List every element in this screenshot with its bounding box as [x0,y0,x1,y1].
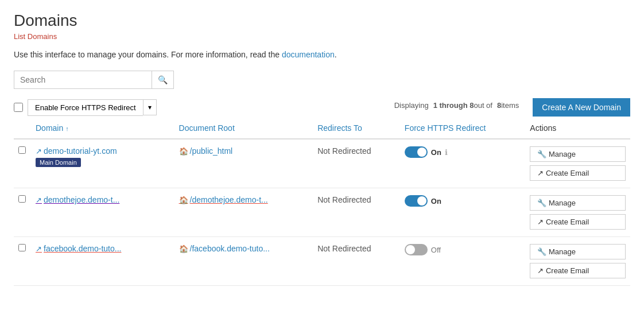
docroot-cell: 🏠/demothejoe.demo-t... [174,188,313,237]
create-email-button[interactable]: ↗ Create Email [530,214,626,230]
domain-link[interactable]: ↗facebook.demo-tuto... [36,244,121,253]
redirects-cell: Not Redirected [313,188,400,237]
docroot-link[interactable]: 🏠/public_html [179,146,233,156]
https-cell: Off [400,237,525,286]
redirects-cell: Not Redirected [313,139,400,188]
info-icon[interactable]: ℹ [445,148,448,157]
create-email-button[interactable]: ↗ Create Email [530,165,626,181]
domain-cell: ↗demo-tutorial-yt.comMain Domain [31,139,174,188]
table-row: ↗demothejoe.demo-t... 🏠/demothejoe.demo-… [14,188,630,237]
documentation-link[interactable]: documentation [282,50,335,59]
https-dropdown-button[interactable]: ▾ [143,99,157,115]
page-title: Domains [14,11,630,30]
domain-cell: ↗facebook.demo-tuto... [31,237,174,286]
domain-link[interactable]: ↗demo-tutorial-yt.com [36,146,117,156]
docroot-link[interactable]: 🏠/demothejoe.demo-t... [179,195,268,204]
redirects-cell: Not Redirected [313,237,400,286]
actions-cell: 🔧 Manage ↗ Create Email [525,139,630,188]
column-domain[interactable]: Domain ↑ [31,118,174,139]
domain-link[interactable]: ↗demothejoe.demo-t... [36,195,119,204]
column-docroot: Document Root [174,118,313,139]
manage-button[interactable]: 🔧 Manage [530,146,626,162]
manage-button[interactable]: 🔧 Manage [530,244,626,259]
enable-https-button[interactable]: Enable Force HTTPS Redirect [28,99,143,116]
https-toggle[interactable] [405,146,428,158]
domains-table: Domain ↑ Document Root Redirects To Forc… [14,118,630,286]
https-toggle[interactable] [405,244,428,255]
table-row: ↗demo-tutorial-yt.comMain Domain 🏠/publi… [14,139,630,188]
main-domain-badge: Main Domain [36,158,81,167]
https-toggle[interactable] [405,195,428,207]
column-https: Force HTTPS Redirect [400,118,525,139]
column-actions: Actions [525,118,630,139]
pagination-info: Displaying 1 through 8 out of 8 items [394,101,524,110]
actions-cell: 🔧 Manage ↗ Create Email [525,188,630,237]
row-checkbox[interactable] [18,195,26,203]
docroot-cell: 🏠/public_html [174,139,313,188]
column-redirects: Redirects To [313,118,400,139]
domain-cell: ↗demothejoe.demo-t... [31,188,174,237]
manage-button[interactable]: 🔧 Manage [530,195,626,211]
breadcrumb: List Domains [14,32,630,41]
docroot-link[interactable]: 🏠/facebook.demo-tuto... [179,244,270,253]
search-input[interactable] [14,71,152,89]
description: Use this interface to manage your domain… [14,50,630,59]
create-email-button[interactable]: ↗ Create Email [530,263,626,278]
create-domain-button[interactable]: Create A New Domain [533,98,630,117]
toggle-label: On [431,148,441,157]
toggle-label: Off [431,246,441,254]
row-checkbox[interactable] [18,146,26,154]
toggle-label: On [431,197,441,205]
table-row: ↗facebook.demo-tuto... 🏠/facebook.demo-t… [14,237,630,286]
https-cell: On [400,188,525,237]
select-all-checkbox[interactable] [14,103,23,112]
actions-cell: 🔧 Manage ↗ Create Email [525,237,630,286]
https-cell: On ℹ [400,139,525,188]
search-button[interactable]: 🔍 [152,71,174,89]
docroot-cell: 🏠/facebook.demo-tuto... [174,237,313,286]
row-checkbox[interactable] [18,244,26,251]
